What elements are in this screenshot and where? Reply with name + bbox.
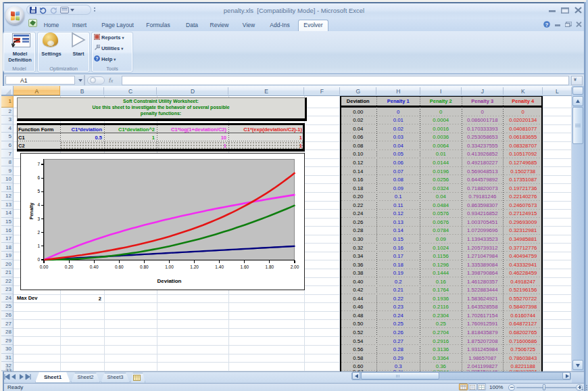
svg-text:?: ?: [95, 56, 98, 61]
svg-text:?: ?: [545, 22, 549, 28]
